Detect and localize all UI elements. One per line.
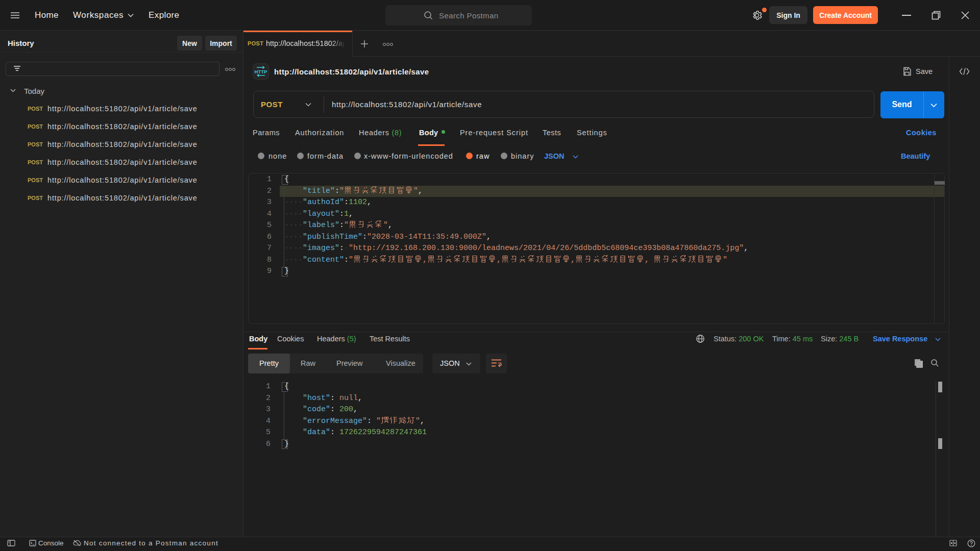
svg-text:HTTP: HTTP — [255, 69, 267, 74]
